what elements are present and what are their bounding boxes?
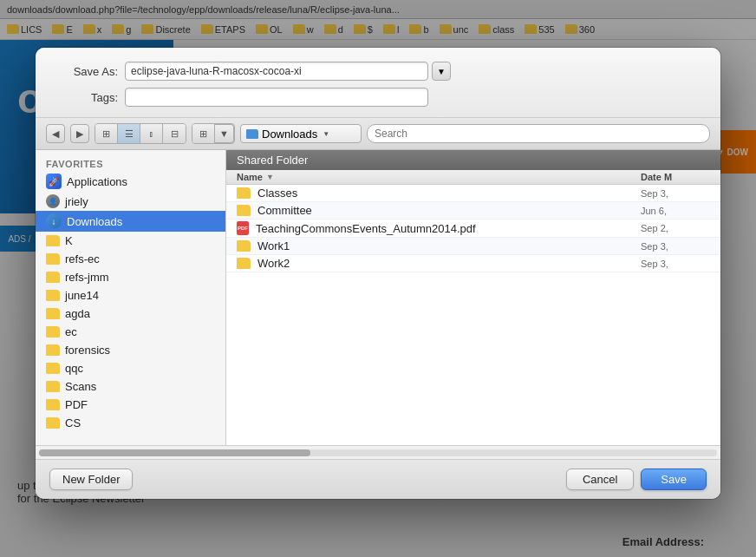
sidebar: FAVORITES 🚀 Applications 👤 jriely ↓ Down…: [36, 150, 226, 445]
arrange-button[interactable]: ⊞: [192, 124, 215, 143]
sidebar-item-downloads[interactable]: ↓ Downloads: [36, 211, 225, 232]
scrollbar-track[interactable]: [39, 449, 717, 456]
folder-icon: [46, 272, 60, 283]
tags-row: Tags:: [53, 88, 703, 107]
sidebar-item-label: Downloads: [67, 215, 122, 228]
location-label: Downloads: [262, 128, 317, 141]
sidebar-item-label: CS: [65, 416, 81, 429]
file-name: Work2: [257, 257, 634, 270]
list-view-button[interactable]: ☰: [118, 124, 140, 143]
view-btn-group: ⊞ ☰ ⫾ ⊟: [94, 123, 186, 144]
sidebar-item-label: agda: [65, 307, 90, 320]
dialog-bottom: New Folder Cancel Save: [36, 459, 720, 499]
sidebar-item-label: refs-jmm: [65, 271, 109, 284]
folder-icon: [46, 363, 60, 374]
table-row[interactable]: Work2 Sep 3,: [226, 255, 720, 272]
folder-icon: [46, 381, 60, 392]
sidebar-item-jriely[interactable]: 👤 jriely: [36, 192, 225, 211]
folder-icon: [46, 344, 60, 356]
file-date: Sep 3,: [641, 241, 710, 252]
sidebar-item-applications[interactable]: 🚀 Applications: [36, 171, 225, 192]
sidebar-item-label: PDF: [65, 398, 88, 411]
arrange-dropdown[interactable]: ▼: [215, 124, 234, 143]
forward-button[interactable]: ▶: [70, 124, 89, 143]
sidebar-item-label: forensics: [65, 344, 110, 357]
file-name: Work1: [257, 239, 634, 252]
save-dialog: Save As: ▼ Tags: ◀ ▶ ⊞ ☰ ⫾ ⊟ ⊞ ▼: [36, 48, 720, 499]
sidebar-item-forensics[interactable]: forensics: [36, 341, 225, 359]
sidebar-item-label: ec: [65, 325, 77, 338]
file-name: TeachingCommonsEvents_Autumn2014.pdf: [256, 222, 634, 235]
horizontal-scrollbar[interactable]: [36, 445, 720, 459]
sidebar-item-pdf[interactable]: PDF: [36, 396, 225, 414]
file-date: Sep 3,: [641, 188, 710, 199]
save-as-input[interactable]: [125, 62, 428, 81]
table-col-name[interactable]: Name ▼: [237, 172, 641, 182]
table-row[interactable]: Committee Jun 6,: [226, 202, 720, 220]
cancel-button[interactable]: Cancel: [566, 469, 634, 490]
shared-folder-header: Shared Folder: [226, 150, 720, 170]
folder-icon: [46, 326, 60, 337]
dialog-overlay: Save As: ▼ Tags: ◀ ▶ ⊞ ☰ ⫾ ⊟ ⊞ ▼: [0, 0, 756, 557]
new-folder-button[interactable]: New Folder: [49, 469, 133, 490]
expand-button[interactable]: ▼: [432, 62, 451, 81]
arrange-btn-group: ⊞ ▼: [192, 123, 235, 144]
sidebar-item-k[interactable]: K: [36, 232, 225, 250]
sidebar-item-qqc[interactable]: qqc: [36, 359, 225, 377]
file-date: Sep 2,: [641, 223, 710, 233]
sidebar-item-refs-jmm[interactable]: refs-jmm: [36, 268, 225, 286]
save-as-row: Save As: ▼: [53, 62, 703, 81]
sidebar-item-june14[interactable]: june14: [36, 286, 225, 305]
file-name: Committee: [257, 204, 634, 217]
person-icon: 👤: [46, 194, 60, 208]
back-button[interactable]: ◀: [46, 124, 65, 143]
sort-arrow-icon: ▼: [266, 173, 274, 181]
shared-folder-label: Shared Folder: [237, 154, 308, 167]
folder-icon: [46, 253, 60, 265]
dialog-body: FAVORITES 🚀 Applications 👤 jriely ↓ Down…: [36, 150, 720, 445]
table-row[interactable]: Classes Sep 3,: [226, 185, 720, 202]
location-dropdown[interactable]: Downloads ▼: [240, 124, 362, 143]
icon-view-button[interactable]: ⊞: [95, 124, 118, 143]
location-folder-icon: [246, 129, 258, 139]
folder-icon: [237, 187, 251, 199]
sidebar-item-label: Applications: [67, 175, 127, 188]
sidebar-item-cs[interactable]: CS: [36, 414, 225, 432]
downloads-icon: ↓: [46, 213, 62, 229]
scrollbar-thumb: [39, 449, 310, 456]
folder-icon: [237, 258, 251, 269]
location-dropdown-arrow: ▼: [323, 130, 329, 138]
file-date: Sep 3,: [641, 259, 710, 269]
cover-flow-button[interactable]: ⊟: [163, 124, 186, 143]
table-row[interactable]: PDF TeachingCommonsEvents_Autumn2014.pdf…: [226, 220, 720, 238]
table-header: Name ▼ Date M: [226, 170, 720, 185]
sidebar-item-refs-ec[interactable]: refs-ec: [36, 250, 225, 268]
tags-input[interactable]: [125, 88, 428, 107]
file-list-container: Shared Folder Name ▼ Date M Classes Sep …: [226, 150, 720, 445]
sidebar-item-label: refs-ec: [65, 252, 100, 265]
search-input[interactable]: [367, 124, 710, 143]
folder-icon: [46, 417, 60, 429]
sidebar-item-label: jriely: [65, 195, 88, 208]
sidebar-item-label: qqc: [65, 362, 83, 375]
applications-icon: 🚀: [46, 174, 62, 189]
right-buttons: Cancel Save: [566, 469, 707, 490]
tags-label: Tags:: [53, 91, 118, 104]
save-button[interactable]: Save: [641, 469, 707, 490]
sidebar-item-label: K: [65, 234, 73, 247]
folder-icon: [46, 235, 60, 246]
sidebar-item-scans[interactable]: Scans: [36, 377, 225, 396]
sidebar-section-label: FAVORITES: [36, 155, 225, 171]
pdf-icon: PDF: [237, 221, 249, 235]
dialog-top: Save As: ▼ Tags:: [36, 48, 720, 118]
sidebar-item-agda[interactable]: agda: [36, 305, 225, 323]
sidebar-item-ec[interactable]: ec: [36, 323, 225, 341]
column-view-button[interactable]: ⫾: [140, 124, 163, 143]
table-row[interactable]: Work1 Sep 3,: [226, 238, 720, 255]
toolbar-row: ◀ ▶ ⊞ ☰ ⫾ ⊟ ⊞ ▼ Downloads ▼: [36, 118, 720, 150]
folder-icon: [46, 290, 60, 301]
table-col-date[interactable]: Date M: [641, 172, 710, 182]
file-date: Jun 6,: [641, 206, 710, 216]
sidebar-item-label: Scans: [65, 380, 96, 393]
folder-icon: [46, 399, 60, 410]
